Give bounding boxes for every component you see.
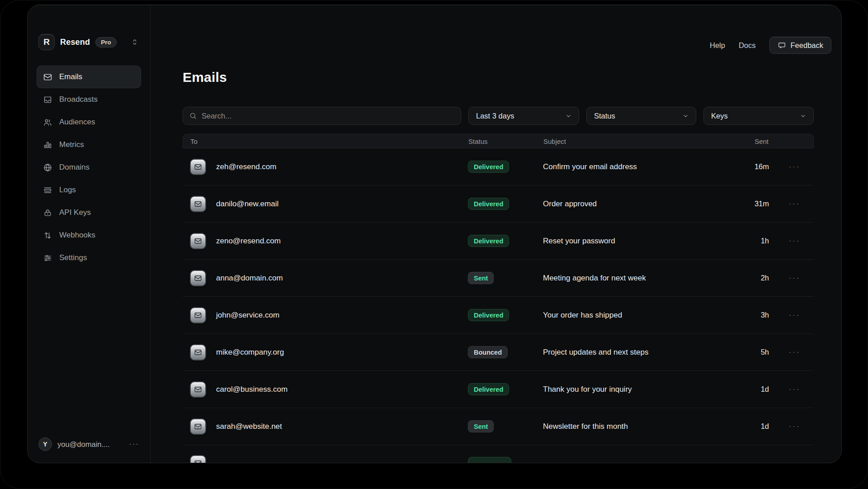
subject-cell: Newsletter for this month [543,422,721,431]
user-account-row[interactable]: Y you@domain.... ··· [37,437,141,451]
keys-dropdown-value: Keys [711,112,728,120]
email-tile [190,233,206,249]
chevron-down-icon [799,112,807,120]
sidebar-item-icon [43,95,52,104]
column-header-sent: Sent [721,138,775,145]
recipient-email: mike@company.org [216,348,284,357]
table-header: To Status Subject Sent [183,134,814,148]
row-menu-ellipsis-icon[interactable]: ··· [775,200,814,208]
status-cell: Delivered [468,161,543,173]
sent-time: 1h [721,237,775,245]
status-dropdown[interactable]: Status [586,107,696,125]
sidebar-item[interactable]: Emails [37,66,141,88]
help-link[interactable]: Help [710,41,725,50]
status-cell: Sent [468,272,543,284]
chevron-updown-icon[interactable] [130,37,139,47]
docs-link[interactable]: Docs [739,41,756,50]
subject-cell: Project updates and next steps [543,348,721,357]
workspace-switcher[interactable]: R Resend Pro [37,34,141,50]
date-range-value: Last 3 days [476,112,514,120]
row-menu-ellipsis-icon[interactable]: ··· [775,311,814,319]
row-menu-ellipsis-icon[interactable]: ··· [775,274,814,282]
email-tile [190,270,206,286]
app-window: R Resend Pro Emails Broadcasts Audiences [27,5,842,463]
table-row[interactable]: danilo@new.email Delivered Order approve… [183,185,814,223]
sidebar-item-icon [43,185,52,195]
sidebar-item[interactable]: Broadcasts [37,88,141,111]
sidebar-item-label: Settings [59,253,87,262]
sidebar-item-label: Emails [59,72,82,81]
table-row[interactable]: sarah@website.net Sent Newsletter for th… [183,408,814,445]
envelope-icon [194,385,202,394]
status-badge: Bounced [468,346,508,358]
chevron-down-icon [682,112,689,120]
sidebar: R Resend Pro Emails Broadcasts Audiences [28,5,151,463]
status-badge: Delivered [468,161,509,173]
avatar: Y [38,437,52,451]
table-row[interactable]: john@service.com Delivered Your order ha… [183,297,814,334]
envelope-icon [194,423,202,431]
to-cell: anna@domain.com [183,270,468,286]
table-row[interactable]: mike@company.org Bounced Project updates… [183,334,814,371]
sidebar-item[interactable]: Settings [37,247,141,269]
user-menu-ellipsis-icon[interactable]: ··· [129,440,139,449]
envelope-icon [194,311,202,319]
status-cell: Delivered [468,235,543,247]
to-cell: zeno@resend.com [183,233,468,249]
sent-time: 2h [721,274,775,282]
sidebar-item[interactable]: Domains [37,156,141,179]
search-icon [189,112,197,120]
sidebar-item[interactable]: Webhooks [37,224,141,247]
email-tile [190,455,206,463]
to-cell: zeh@resend.com [183,159,468,175]
emails-table: To Status Subject Sent zeh@resend.com De… [183,134,814,463]
column-header-to: To [183,138,468,145]
status-cell [468,445,543,463]
user-email: you@domain.... [57,440,110,449]
date-range-dropdown[interactable]: Last 3 days [468,107,579,125]
search-box [183,107,461,125]
sidebar-item-label: Metrics [59,140,84,149]
status-cell: Delivered [468,309,543,321]
row-menu-ellipsis-icon[interactable]: ··· [775,423,814,431]
email-tile [190,344,206,361]
column-header-subject: Subject [543,138,721,145]
recipient-email: zeh@resend.com [216,162,277,171]
sidebar-item-icon [43,208,52,218]
sidebar-item[interactable]: Metrics [37,133,141,156]
recipient-email: zeno@resend.com [216,237,281,246]
row-menu-ellipsis-icon[interactable]: ··· [775,348,814,356]
email-tile [190,159,206,175]
email-tile [190,196,206,212]
envelope-icon [194,200,202,208]
recipient-email: sarah@website.net [216,422,282,431]
status-badge [468,457,511,463]
subject-cell: Reset your password [543,237,721,246]
table-row[interactable]: zeno@resend.com Delivered Reset your pas… [183,223,814,260]
sidebar-item-label: Audiences [59,118,95,127]
table-row[interactable]: anna@domain.com Sent Meeting agenda for … [183,260,814,297]
to-cell: sarah@website.net [183,418,468,435]
row-menu-ellipsis-icon[interactable]: ··· [775,163,814,171]
sidebar-item[interactable]: API Keys [37,201,141,224]
feedback-button[interactable]: Feedback [769,37,831,54]
row-menu-ellipsis-icon[interactable]: ··· [775,385,814,394]
email-tile [190,307,206,323]
sidebar-item-icon [43,140,52,150]
table-row-partial[interactable] [183,445,814,463]
row-menu-ellipsis-icon[interactable]: ··· [775,237,814,245]
column-header-status: Status [468,138,543,145]
sidebar-item[interactable]: Logs [37,179,141,201]
table-row[interactable]: carol@business.com Delivered Thank you f… [183,371,814,408]
sidebar-item[interactable]: Audiences [37,111,141,133]
status-badge: Sent [468,272,494,284]
recipient-email: danilo@new.email [216,199,278,209]
sidebar-nav: Emails Broadcasts Audiences Metrics [37,66,141,269]
search-input[interactable] [202,112,455,120]
sidebar-item-label: API Keys [59,208,91,217]
subject-cell: Meeting agenda for next week [543,274,721,283]
sent-time: 31m [721,199,775,208]
keys-dropdown[interactable]: Keys [703,107,814,125]
table-row[interactable]: zeh@resend.com Delivered Confirm your em… [183,148,814,185]
resend-logo: R [38,34,55,50]
